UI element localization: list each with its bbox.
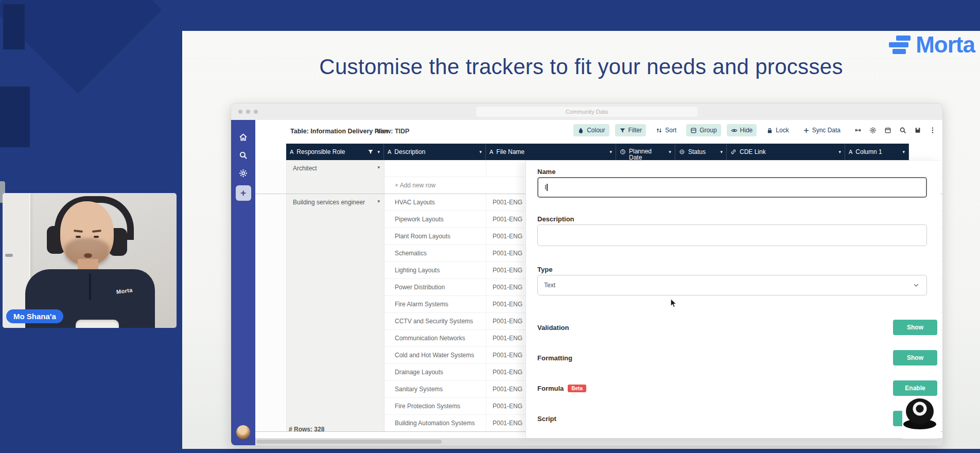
toolbar-button-label: Filter	[628, 127, 642, 134]
cell-description[interactable]: Schematics	[384, 245, 486, 262]
column-header-status[interactable]: Status▾	[675, 144, 727, 160]
toolbar-button-label: Group	[699, 127, 716, 134]
slide: Morta Customise the trackers to fit your…	[182, 31, 980, 449]
toolbar-button-label: Sort	[665, 127, 676, 134]
type-select-value: Text	[544, 282, 555, 289]
filter-icon[interactable]	[367, 149, 374, 155]
column-header-column-1[interactable]: AColumn 1▾	[845, 144, 909, 160]
text-column-type-icon: A	[290, 149, 293, 155]
window-title: Community Data	[476, 107, 697, 117]
cell-description[interactable]: Drainage Layouts	[384, 364, 486, 380]
toolbar-button-label: Lock	[776, 127, 789, 134]
column-label: File Name	[496, 148, 524, 155]
cell-description[interactable]: HVAC Layouts	[384, 194, 486, 211]
cell-description[interactable]: Fire Alarm Systems	[384, 296, 486, 312]
type-select[interactable]: Text	[537, 275, 927, 295]
panel-section-validation: ValidationShow	[537, 319, 937, 336]
sidebar-search-button[interactable]	[231, 146, 255, 164]
toolbar-gear-icon[interactable]	[869, 127, 877, 134]
column-menu-caret[interactable]: ▾	[669, 149, 671, 154]
cell-description[interactable]: CCTV and Security Systems	[384, 313, 486, 329]
search-icon	[239, 151, 248, 160]
user-avatar[interactable]	[236, 425, 250, 439]
cell-description[interactable]: Power Distribution	[384, 279, 486, 295]
link-icon	[730, 149, 737, 155]
cell-description[interactable]: Plant Room Layouts	[384, 228, 486, 245]
colour-icon	[577, 127, 584, 134]
mouse-cursor-icon	[669, 299, 677, 309]
column-label: CDE Link	[740, 148, 766, 155]
column-label: Planned Date	[629, 148, 656, 160]
section-label: Formatting	[537, 354, 572, 362]
sidebar-gear-button[interactable]	[231, 164, 255, 182]
toolbar-button-label: Hide	[740, 127, 753, 134]
window-close-button[interactable]	[238, 110, 242, 114]
window-chrome: Community Data	[231, 103, 942, 120]
plus-icon	[803, 127, 810, 134]
sidebar-add-button[interactable]: +	[236, 185, 251, 201]
description-input[interactable]	[537, 224, 927, 246]
column-menu-caret[interactable]: ▾	[377, 149, 380, 154]
section-label: Script	[537, 415, 556, 423]
morta-logo: Morta	[889, 32, 975, 58]
formatting-show-button[interactable]: Show	[893, 350, 937, 365]
buzzer-button-icon	[906, 398, 934, 424]
app-sidebar: +	[231, 120, 255, 445]
type-label: Type	[537, 266, 552, 273]
column-header-file-name[interactable]: AFile Name▾	[486, 144, 616, 160]
validation-show-button[interactable]: Show	[893, 320, 937, 335]
panel-section-formatting: FormattingShow	[537, 350, 937, 366]
cell-description[interactable]: Lighting Layouts	[384, 262, 486, 278]
column-menu-caret[interactable]: ▾	[609, 149, 612, 154]
column-menu-caret[interactable]: ▾	[720, 149, 723, 154]
column-header-responsible-role[interactable]: AResponsible Role▾	[286, 144, 384, 160]
role-dropdown-caret[interactable]: ▾	[377, 199, 380, 204]
cell-description[interactable]: Fire Protection Systems	[384, 398, 486, 414]
cell-description[interactable]: Cold and Hot Water Systems	[384, 347, 486, 363]
window-controls	[238, 110, 258, 114]
cell-description[interactable]: Communication Networks	[384, 330, 486, 346]
scrollbar-thumb[interactable]	[256, 440, 442, 444]
toolbar-save-icon[interactable]	[914, 127, 921, 134]
buzzer-overlay	[902, 396, 937, 439]
cell-description[interactable]: Building Automation Systems	[384, 415, 486, 431]
sidebar-home-button[interactable]	[231, 128, 255, 146]
row-count-label: # Rows: 328	[289, 426, 324, 433]
toolbar-search-icon[interactable]	[899, 127, 906, 134]
background-rect-shape	[3, 4, 25, 49]
toolbar-colour-button[interactable]: Colour	[573, 124, 609, 136]
toolbar-filter-button[interactable]: Filter	[615, 124, 646, 136]
webcam-overlay: Morta Mo Shana'a	[3, 193, 177, 328]
toolbar-sort-button[interactable]: Sort	[652, 124, 680, 136]
cell-responsible-role[interactable]: Architect▾	[287, 160, 384, 194]
toolbar-arrows-horizontal-icon[interactable]	[854, 127, 862, 134]
column-header-cde-link[interactable]: CDE Link▾	[727, 144, 845, 160]
formula-enable-button[interactable]: Enable	[893, 380, 937, 396]
cell-description[interactable]	[384, 160, 486, 177]
column-header-description[interactable]: ADescription▾	[384, 144, 486, 160]
toolbar-lock-button[interactable]: Lock	[762, 124, 793, 136]
group-icon	[690, 127, 697, 134]
webinar-stage: Morta Customise the trackers to fit your…	[0, 0, 980, 453]
window-minimize-button[interactable]	[246, 110, 250, 114]
role-dropdown-caret[interactable]: ▾	[377, 165, 380, 170]
column-menu-caret[interactable]: ▾	[479, 149, 482, 154]
toolbar-sync-data-button[interactable]: Sync Data	[799, 124, 845, 136]
toolbar-kebab-icon[interactable]	[929, 127, 936, 134]
toolbar-calendar-icon[interactable]	[884, 127, 891, 134]
section-label: Formula	[537, 385, 564, 392]
toolbar-hide-button[interactable]: Hide	[727, 124, 757, 136]
cell-description[interactable]: Sanitary Systems	[384, 381, 486, 397]
toolbar-group-button[interactable]: Group	[686, 124, 721, 136]
column-menu-caret[interactable]: ▾	[838, 149, 841, 154]
view-selector[interactable]: View: TIDP	[376, 128, 409, 135]
text-cursor	[547, 184, 548, 191]
name-input[interactable]: I	[537, 177, 927, 198]
toolbar-button-label: Colour	[587, 127, 605, 134]
cell-description[interactable]: Pipework Layouts	[384, 211, 486, 228]
window-zoom-button[interactable]	[254, 110, 258, 114]
column-header-planned-date[interactable]: Planned Date▾	[616, 144, 675, 160]
cell-responsible-role[interactable]: Building services engineer▾	[287, 194, 384, 431]
app-main: Table: Information Delivery Plan View: T…	[255, 120, 942, 445]
column-menu-caret[interactable]: ▾	[902, 149, 905, 154]
